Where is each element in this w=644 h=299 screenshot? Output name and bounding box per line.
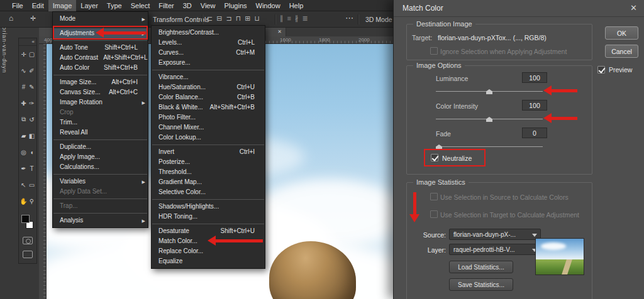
tab-close-icon[interactable]: ✕ [277, 29, 282, 35]
lasso-tool[interactable]: ∿ [19, 62, 28, 79]
luminance-input[interactable]: 100 [522, 72, 547, 83]
menubar-item-file[interactable]: File [8, 0, 28, 11]
zoom-tool[interactable]: ⚲ [28, 193, 36, 209]
menu-item[interactable]: Trim... [53, 117, 148, 128]
menu-item[interactable]: Shadows/Highlights... [152, 202, 265, 212]
menu-item[interactable]: Levels... Ctrl+L [152, 38, 265, 48]
menu-item[interactable]: Image Rotation ▶ [53, 97, 148, 107]
use-target-selection-checkbox[interactable] [430, 210, 438, 218]
3d-mode-label[interactable]: 3D Mode [365, 16, 392, 23]
source-select[interactable]: florian-van-duyn-pX-... [449, 229, 541, 240]
menubar-item-3d[interactable]: 3D [179, 0, 196, 11]
menu-item[interactable]: Trap... [53, 201, 148, 211]
marquee-tool[interactable]: ▢ [28, 46, 36, 62]
align-top-icon[interactable]: ⊓ [236, 14, 242, 23]
menubar-item-image[interactable]: Image [48, 0, 77, 11]
menu-item[interactable]: Gradient Map... [152, 177, 265, 187]
menubar-item-plugins[interactable]: Plugins [219, 0, 251, 11]
menubar-item-layer[interactable]: Layer [76, 0, 103, 11]
menu-item[interactable]: Channel Mixer... [152, 122, 265, 133]
screen-mode-icon[interactable] [23, 251, 33, 258]
menubar-item-help[interactable]: Help [285, 0, 308, 11]
menu-item[interactable]: Brightness/Contrast... [152, 28, 265, 38]
align-right-icon[interactable]: ⊐ [226, 14, 231, 23]
preview-checkbox[interactable] [597, 66, 605, 73]
move-tool[interactable]: ✛ [19, 46, 28, 62]
menu-item[interactable]: Desaturate Shift+Ctrl+U [152, 226, 265, 236]
menu-item[interactable]: Curves... Ctrl+M [152, 48, 265, 58]
distribute-top-icon[interactable]: ≣ [302, 14, 308, 23]
menu-item[interactable]: Hue/Saturation... Ctrl+U [152, 82, 265, 92]
quick-selection-tool[interactable]: ✐ [28, 62, 36, 79]
history-brush-tool[interactable]: ↺ [28, 111, 36, 128]
align-left-icon[interactable]: ⊏ [207, 14, 213, 23]
brush-tool[interactable]: ✑ [28, 95, 36, 111]
distribute-left-icon[interactable]: ∦ [295, 14, 299, 23]
dodge-tool[interactable]: ◖ [28, 144, 36, 160]
eraser-tool[interactable]: ▰ [19, 128, 28, 144]
menu-item[interactable]: Equalize [152, 256, 265, 266]
menu-item[interactable]: Threshold... [152, 167, 265, 177]
menu-item[interactable]: Color Balance... Ctrl+B [152, 92, 265, 102]
menu-item-mode[interactable]: Mode ▶ [53, 14, 148, 24]
luminance-slider[interactable] [436, 91, 543, 92]
menubar-item-filter[interactable]: Filter [154, 0, 178, 11]
distribute-h-icon[interactable]: ≡ [287, 14, 291, 23]
menu-item[interactable]: Auto Tone Shift+Ctrl+L [53, 43, 148, 53]
foreground-color-swatch[interactable] [21, 215, 30, 223]
distribute-v-icon[interactable]: ∥ [280, 14, 284, 23]
menu-item[interactable]: Image Size... Alt+Ctrl+I [53, 77, 148, 87]
collapse-panel-icon[interactable]: « [19, 38, 36, 46]
shape-tool[interactable]: ▭ [28, 177, 36, 193]
menu-item[interactable]: Photo Filter... [152, 112, 265, 122]
quick-mask-icon[interactable] [23, 237, 33, 244]
fade-slider[interactable] [436, 146, 543, 147]
menu-item[interactable]: Duplicate... [53, 142, 148, 152]
path-selection-tool[interactable]: ↖ [19, 177, 28, 193]
align-center-h-icon[interactable]: ⊟ [216, 14, 222, 23]
color-intensity-slider-thumb[interactable] [486, 117, 492, 122]
menu-item[interactable]: Replace Color... [152, 246, 265, 256]
eyedropper-tool[interactable]: ✎ [28, 79, 36, 95]
menubar-item-view[interactable]: View [196, 0, 220, 11]
dialog-title-bar[interactable]: Match Color ✕ [394, 0, 644, 17]
cancel-button[interactable]: Cancel [605, 45, 638, 58]
transform-controls-label[interactable]: Transform Controls [153, 16, 209, 23]
layer-select[interactable]: raquel-pedrotti-hB-V... [449, 244, 541, 255]
save-statistics-button[interactable]: Save Statistics... [449, 278, 513, 291]
more-options-icon[interactable]: ⋯ [345, 13, 353, 23]
menu-item[interactable]: Black & White... Alt+Shift+Ctrl+B [152, 102, 265, 112]
luminance-slider-thumb[interactable] [486, 89, 492, 94]
menu-item[interactable]: Apply Data Set... [53, 187, 148, 197]
menu-item[interactable]: Apply Image... [53, 152, 148, 162]
color-intensity-slider[interactable] [436, 119, 543, 119]
menu-item[interactable]: Auto Contrast Alt+Shift+Ctrl+L [53, 53, 148, 63]
gradient-tool[interactable]: ◧ [28, 128, 36, 144]
menubar-item-select[interactable]: Select [126, 0, 155, 11]
menu-item[interactable]: Auto Color Shift+Ctrl+B [53, 63, 148, 73]
menu-item[interactable]: Crop [53, 107, 148, 117]
current-tool-icon[interactable]: ✛ [30, 14, 36, 23]
menu-item[interactable]: Calculations... [53, 162, 148, 172]
ok-button[interactable]: OK [605, 26, 638, 40]
menu-item[interactable]: Variables ▶ [53, 177, 148, 187]
menu-item[interactable]: Canvas Size... Alt+Ctrl+C [53, 87, 148, 97]
blur-tool[interactable]: ◎ [19, 144, 28, 160]
menu-item[interactable]: Color Lookup... [152, 133, 265, 143]
healing-brush-tool[interactable]: ✚ [19, 95, 28, 111]
menu-item[interactable]: Invert Ctrl+I [152, 147, 265, 157]
menubar-item-window[interactable]: Window [252, 0, 285, 11]
fade-input[interactable]: 0 [522, 128, 547, 138]
type-tool[interactable]: T [28, 160, 36, 177]
menu-item[interactable]: HDR Toning... [152, 212, 265, 222]
menu-item[interactable]: Posterize... [152, 157, 265, 167]
pen-tool[interactable]: ✒ [19, 160, 28, 177]
menu-item[interactable]: Analysis ▶ [53, 215, 148, 226]
crop-tool[interactable]: # [19, 79, 28, 95]
align-bottom-icon[interactable]: ⊔ [254, 14, 260, 23]
load-statistics-button[interactable]: Load Statistics... [449, 261, 513, 273]
ignore-selection-checkbox[interactable] [430, 47, 438, 55]
menubar-item-edit[interactable]: Edit [28, 0, 48, 11]
use-source-selection-checkbox[interactable] [430, 193, 438, 200]
menu-item[interactable]: Exposure... [152, 58, 265, 68]
